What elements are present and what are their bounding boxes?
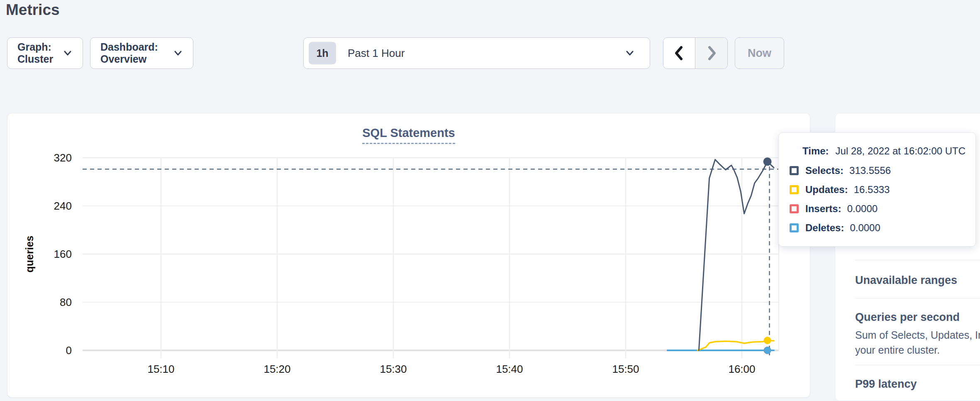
sidebar-section-unavailable-ranges: Unavailable ranges [855,260,980,298]
tooltip-row-label: Updates: [805,184,848,196]
tooltip-row-updates: Updates: 16.5333 [779,180,975,199]
x-tick-label: 15:40 [496,363,523,375]
x-tick-label: 15:50 [612,363,639,375]
y-tick-label: 160 [54,248,72,260]
dashboard-dropdown[interactable]: Dashboard: Overview [90,37,193,69]
chevron-right-icon [703,44,720,62]
updates-legend-swatch [790,185,799,194]
next-range-button[interactable] [695,38,727,68]
selects-legend-swatch [790,166,799,175]
time-range-badge: 1h [309,42,336,64]
hover-dot-updates [764,337,771,344]
tooltip-time-value: Jul 28, 2022 at 16:02:00 UTC [836,145,966,157]
section-description-line: Sum of Selects, Updates, Inser [855,328,980,342]
tooltip-row-label: Deletes: [805,222,844,234]
hover-dot-selects [763,157,772,166]
time-window-dropdown[interactable]: 1h Past 1 Hour [303,37,650,69]
sidebar-section-p99-latency: P99 latency [855,365,980,401]
x-tick-label: 15:10 [147,363,174,375]
time-range-label: Past 1 Hour [348,47,625,60]
section-description-line: your entire cluster. [855,342,980,357]
chart-title[interactable]: SQL Statements [362,126,455,144]
prev-range-button[interactable] [663,38,695,68]
time-range-pager [663,37,728,69]
tooltip-row-selects: Selects: 313.5556 [779,161,975,180]
chart-title-wrap: SQL Statements [7,126,810,144]
chevron-down-icon [625,48,635,58]
chevron-down-icon [173,48,183,58]
chevron-down-icon [63,48,73,58]
graph-dropdown-label: Graph: Cluster [17,41,63,65]
now-button[interactable]: Now [735,37,784,69]
deletes-legend-swatch [790,223,799,232]
tooltip-row-inserts: Inserts: 0.0000 [779,199,975,218]
section-title: Unavailable ranges [855,273,980,287]
sql-statements-chart[interactable]: 08016024032015:1015:2015:3015:4015:5016:… [7,113,811,398]
section-title: P99 latency [855,377,980,391]
section-title: Queries per second [855,310,980,324]
hover-tooltip: Time: Jul 28, 2022 at 16:02:00 UTC Selec… [778,132,976,247]
y-tick-label: 320 [54,152,72,164]
dashboard-dropdown-label: Dashboard: Overview [100,41,173,65]
x-tick-label: 16:00 [728,363,755,375]
y-axis-label: queries [24,236,35,273]
tooltip-time-label: Time: [802,145,829,157]
tooltip-row-value: 313.5556 [849,165,891,176]
chevron-left-icon [671,44,687,62]
page-title: Metrics [6,0,60,20]
x-tick-label: 15:30 [380,363,407,375]
inserts-legend-swatch [790,204,799,213]
tooltip-row-value: 16.5333 [854,184,890,196]
tooltip-row-label: Inserts: [805,203,841,215]
tooltip-row-label: Selects: [805,165,843,176]
tooltip-time-row: Time: Jul 28, 2022 at 16:02:00 UTC [779,141,975,161]
series-line-updates [698,340,774,350]
y-tick-label: 80 [60,296,72,308]
tooltip-row-deletes: Deletes: 0.0000 [779,218,975,237]
tooltip-row-value: 0.0000 [847,203,878,215]
y-tick-label: 240 [54,200,72,212]
sidebar-section-queries-per-second: Queries per second Sum of Selects, Updat… [855,298,980,365]
series-line-selects [699,159,774,350]
tooltip-row-value: 0.0000 [850,222,880,234]
y-tick-label: 0 [66,344,72,357]
x-tick-label: 15:20 [263,363,290,375]
chart-card: 08016024032015:1015:2015:3015:4015:5016:… [7,113,810,398]
section-description: Sum of Selects, Updates, Inser your enti… [855,328,980,357]
graph-dropdown[interactable]: Graph: Cluster [7,37,83,69]
hover-dot-deletes [764,347,771,354]
